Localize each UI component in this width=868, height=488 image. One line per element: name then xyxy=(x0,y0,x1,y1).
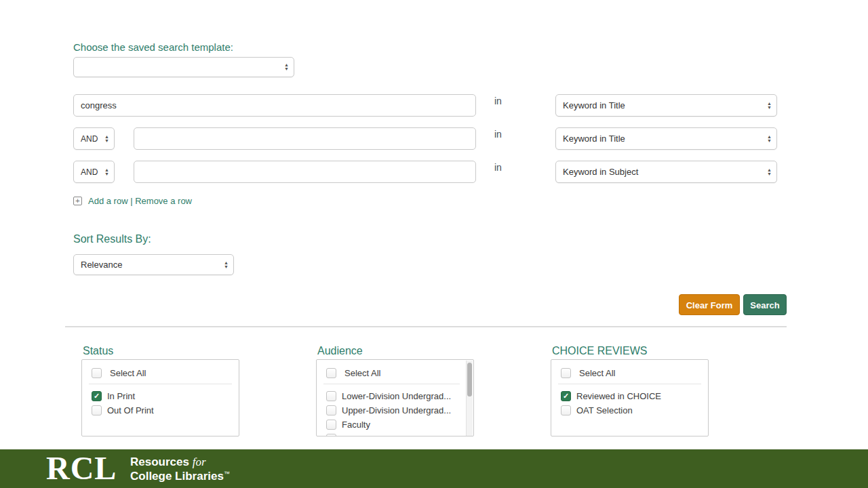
tagline-resources: Resources xyxy=(130,455,189,468)
operator-select-3-value: AND xyxy=(81,167,98,177)
out-of-print-checkbox[interactable]: ✓ xyxy=(92,405,102,415)
choice-option-row: ✓ OAT Selection xyxy=(561,405,708,415)
field-select-1-value: Keyword in Title xyxy=(563,100,625,110)
reviewed-in-choice-label: Reviewed in CHOICE xyxy=(576,391,661,401)
status-select-all-label: Select All xyxy=(110,368,146,378)
sort-select[interactable]: Relevance ▲▼ xyxy=(73,254,234,275)
choice-select-all-checkbox[interactable]: ✓ xyxy=(561,368,571,378)
chevron-updown-icon: ▲▼ xyxy=(284,63,289,71)
footer-tagline: Resources for College Libraries™ xyxy=(130,455,230,483)
search-term-input-2[interactable] xyxy=(134,127,476,150)
add-row-plus-icon[interactable]: + xyxy=(73,197,82,205)
audience-option-row: ✓ Lower-Division Undergrad... xyxy=(326,390,473,401)
panel-divider xyxy=(89,384,232,384)
search-term-input-1[interactable] xyxy=(73,94,476,117)
lower-division-label: Lower-Division Undergrad... xyxy=(342,391,451,401)
general-label: General xyxy=(342,434,373,437)
panel-divider xyxy=(323,384,460,384)
chevron-updown-icon: ▲▼ xyxy=(224,261,229,269)
row-links-separator: | xyxy=(130,196,132,206)
status-option-row: ✓ In Print xyxy=(92,390,239,401)
choice-reviews-panel: ✓ Select All ✓ Reviewed in CHOICE ✓ OAT … xyxy=(551,359,709,436)
oat-selection-label: OAT Selection xyxy=(576,405,633,415)
audience-scrollbar-thumb[interactable] xyxy=(467,363,472,396)
lower-division-checkbox[interactable]: ✓ xyxy=(326,391,336,401)
clear-form-button[interactable]: Clear Form xyxy=(679,294,740,315)
footer-bar: RCL Resources for College Libraries™ xyxy=(0,449,868,488)
in-label-2: in xyxy=(494,129,502,140)
trademark-symbol: ™ xyxy=(224,470,230,477)
audience-select-all-label: Select All xyxy=(344,368,380,378)
choice-select-all-row: ✓ Select All xyxy=(561,367,708,378)
field-select-1[interactable]: Keyword in Title ▲▼ xyxy=(555,94,777,117)
reviewed-in-choice-checkbox[interactable]: ✓ xyxy=(561,391,571,401)
upper-division-checkbox[interactable]: ✓ xyxy=(326,405,336,415)
tagline-for: for xyxy=(193,455,206,468)
choice-reviews-panel-title: CHOICE REVIEWS xyxy=(552,345,647,357)
audience-panel: ✓ Select All ✓ Lower-Division Undergrad.… xyxy=(316,359,474,436)
audience-scrollbar[interactable] xyxy=(466,361,473,436)
status-panel-title: Status xyxy=(83,345,113,357)
check-icon: ✓ xyxy=(563,392,569,400)
audience-select-all-row: ✓ Select All xyxy=(326,367,473,378)
tagline-college-libraries: College Libraries xyxy=(130,470,224,483)
section-divider xyxy=(65,326,787,327)
chevron-updown-icon: ▲▼ xyxy=(767,102,772,110)
in-label-1: in xyxy=(494,96,502,106)
choice-option-row: ✓ Reviewed in CHOICE xyxy=(561,390,708,401)
field-select-2[interactable]: Keyword in Title ▲▼ xyxy=(555,127,777,150)
sort-select-value: Relevance xyxy=(81,260,122,270)
status-option-row: ✓ Out Of Print xyxy=(92,405,239,415)
field-select-3[interactable]: Keyword in Subject ▲▼ xyxy=(555,161,777,183)
sort-results-label: Sort Results By: xyxy=(73,233,151,245)
status-select-all-row: ✓ Select All xyxy=(92,367,239,378)
general-checkbox[interactable]: ✓ xyxy=(326,434,336,437)
in-label-3: in xyxy=(494,162,502,173)
chevron-updown-icon: ▲▼ xyxy=(104,135,109,143)
audience-panel-title: Audience xyxy=(317,345,363,357)
status-select-all-checkbox[interactable]: ✓ xyxy=(92,368,102,378)
audience-option-row: ✓ Faculty xyxy=(326,419,473,430)
chevron-updown-icon: ▲▼ xyxy=(767,168,772,176)
out-of-print-label: Out Of Print xyxy=(107,405,154,415)
search-term-input-3[interactable] xyxy=(134,161,476,183)
audience-select-all-checkbox[interactable]: ✓ xyxy=(326,368,336,378)
saved-template-label: Choose the saved search template: xyxy=(73,41,233,53)
operator-select-3[interactable]: AND ▲▼ xyxy=(73,161,115,183)
faculty-label: Faculty xyxy=(342,420,370,430)
add-row-link[interactable]: Add a row xyxy=(88,196,128,206)
audience-option-row: ✓ General xyxy=(326,433,473,436)
saved-template-select[interactable]: ▲▼ xyxy=(73,57,294,77)
in-print-label: In Print xyxy=(107,391,135,401)
rcl-advanced-search-page: Choose the saved search template: ▲▼ in … xyxy=(0,0,868,488)
operator-select-2-value: AND xyxy=(81,134,98,144)
operator-select-2[interactable]: AND ▲▼ xyxy=(73,127,115,150)
oat-selection-checkbox[interactable]: ✓ xyxy=(561,405,571,415)
check-icon: ✓ xyxy=(94,392,100,400)
status-panel: ✓ Select All ✓ In Print ✓ Out Of Print xyxy=(81,359,239,436)
faculty-checkbox[interactable]: ✓ xyxy=(326,420,336,430)
chevron-updown-icon: ▲▼ xyxy=(767,135,772,143)
search-button[interactable]: Search xyxy=(743,294,787,315)
chevron-updown-icon: ▲▼ xyxy=(104,168,109,176)
remove-row-link[interactable]: Remove a row xyxy=(135,196,192,206)
choice-select-all-label: Select All xyxy=(579,368,615,378)
row-controls: + Add a row | Remove a row xyxy=(73,196,192,206)
rcl-logo: RCL xyxy=(46,451,117,486)
field-select-2-value: Keyword in Title xyxy=(563,134,625,144)
upper-division-label: Upper-Division Undergrad... xyxy=(342,405,451,415)
audience-option-row: ✓ Upper-Division Undergrad... xyxy=(326,405,473,415)
field-select-3-value: Keyword in Subject xyxy=(563,167,638,177)
panel-divider xyxy=(558,384,701,384)
in-print-checkbox[interactable]: ✓ xyxy=(92,391,102,401)
